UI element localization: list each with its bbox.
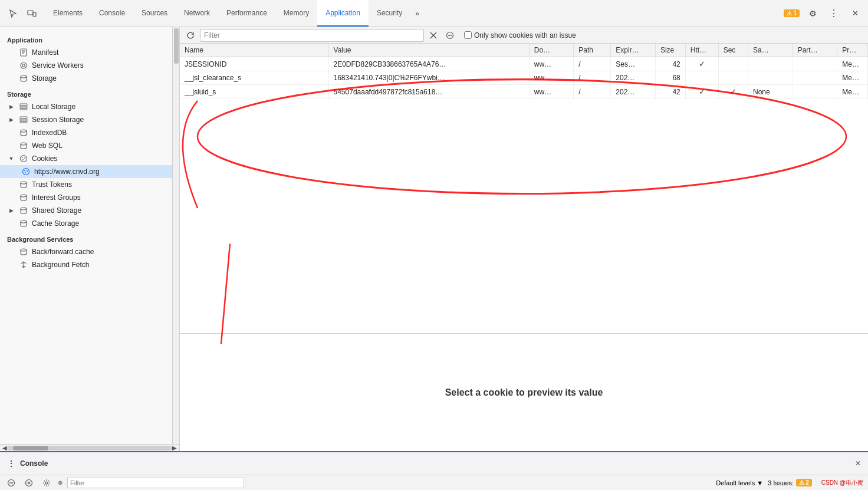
cookie-url-icon xyxy=(21,167,31,176)
sidebar-section-storage: Storage xyxy=(0,85,172,100)
refresh-button[interactable] xyxy=(183,28,198,42)
cell-domain: ww… xyxy=(529,85,574,99)
scroll-left-button[interactable]: ◀ xyxy=(2,445,7,451)
sidebar-item-cnvd-url[interactable]: https://www.cnvd.org xyxy=(0,165,172,178)
hscroll-track[interactable] xyxy=(7,446,172,450)
default-levels-dropdown[interactable]: Default levels ▼ xyxy=(716,479,763,486)
svg-point-17 xyxy=(21,156,27,162)
svg-point-19 xyxy=(24,157,25,159)
settings-bottom-button[interactable] xyxy=(40,476,53,489)
sidebar-item-indexeddb[interactable]: IndexedDB xyxy=(0,126,172,139)
cell-size: 42 xyxy=(655,85,685,99)
devtools-icons xyxy=(5,5,40,22)
issues-badge[interactable]: ⚠ 1 xyxy=(784,9,800,17)
device-toggle-icon[interactable] xyxy=(24,5,40,22)
sidebar-item-session-storage[interactable]: ▶ Session Storage xyxy=(0,113,172,126)
svg-point-22 xyxy=(24,170,25,171)
bottom-bar: ⊕ Default levels ▼ 3 Issues: ⚠ 2 CSDN @电… xyxy=(0,475,868,490)
sidebar-scrollbar[interactable] xyxy=(172,27,179,444)
collapse-arrow-icon[interactable]: ▼ xyxy=(7,156,15,162)
sidebar-item-service-workers[interactable]: Service Workers xyxy=(0,59,172,72)
tab-application[interactable]: Application xyxy=(317,0,369,27)
background-fetch-icon xyxy=(19,260,28,269)
more-options-button[interactable]: ⋮ xyxy=(826,5,842,22)
clear-filter-icon[interactable] xyxy=(426,28,440,42)
storage-label: Storage xyxy=(32,74,57,83)
sidebar-item-local-storage[interactable]: ▶ Local Storage xyxy=(0,100,172,113)
sidebar-item-websql[interactable]: Web SQL xyxy=(0,139,172,152)
main-area: Application Manifest xyxy=(0,27,868,451)
interest-groups-icon xyxy=(19,193,28,202)
tab-list: Elements Console Sources Network Perform… xyxy=(45,0,424,27)
svg-rect-2 xyxy=(21,49,27,56)
cell-sec xyxy=(718,57,748,71)
sidebar-item-manifest[interactable]: Manifest xyxy=(0,46,172,59)
expand-arrow-icon[interactable]: ▶ xyxy=(7,117,15,123)
close-button[interactable]: ✕ xyxy=(847,5,863,22)
table-row[interactable]: __jsl_clearance_s 1683421410.743|0|C%2F6… xyxy=(180,71,868,85)
col-header-samesite[interactable]: Sa… xyxy=(748,44,793,57)
svg-point-39 xyxy=(45,482,48,484)
col-header-http[interactable]: Htt… xyxy=(685,44,718,57)
sidebar-item-backforward[interactable]: Back/forward cache xyxy=(0,245,172,258)
col-header-name[interactable]: Name xyxy=(180,44,328,57)
sidebar-item-cookies[interactable]: ▼ Cookies xyxy=(0,152,172,165)
more-icon: ⋮ xyxy=(829,8,839,19)
table-row[interactable]: __jsluid_s 54507daaafdd497872fc815a618… … xyxy=(180,85,868,99)
sidebar-item-background-fetch[interactable]: Background Fetch xyxy=(0,258,172,271)
sidebar-item-trust-tokens[interactable]: Trust Tokens xyxy=(0,178,172,191)
col-header-partition[interactable]: Part… xyxy=(793,44,837,57)
backforward-icon xyxy=(19,247,28,256)
filter-input[interactable] xyxy=(200,29,424,42)
issues-count[interactable]: 3 Issues: ⚠ 2 xyxy=(768,479,812,486)
tab-more[interactable]: » xyxy=(410,0,424,27)
svg-point-23 xyxy=(27,170,28,172)
col-header-value[interactable]: Value xyxy=(328,44,529,57)
tab-sources[interactable]: Sources xyxy=(133,0,176,27)
only-issue-checkbox[interactable] xyxy=(464,31,472,39)
svg-rect-11 xyxy=(20,108,27,110)
top-toolbar: Elements Console Sources Network Perform… xyxy=(0,0,868,27)
settings-button[interactable]: ⚙ xyxy=(804,5,821,22)
sidebar-item-cache-storage[interactable]: Cache Storage xyxy=(0,217,172,230)
svg-point-6 xyxy=(21,63,27,68)
cell-partition xyxy=(793,71,837,85)
sidebar: Application Manifest xyxy=(0,27,180,451)
tab-console[interactable]: Console xyxy=(91,0,133,27)
col-header-priority[interactable]: Pr… xyxy=(837,44,868,57)
sidebar-item-storage[interactable]: Storage xyxy=(0,72,172,85)
tab-elements[interactable]: Elements xyxy=(45,0,91,27)
table-row[interactable]: JSESSIONID 2E0DFD829CB338663765A4A76… ww… xyxy=(180,57,868,71)
console-tab-label[interactable]: Console xyxy=(20,459,48,468)
tab-performance[interactable]: Performance xyxy=(218,0,275,27)
console-close-button[interactable]: ✕ xyxy=(855,459,861,468)
preview-area: Select a cookie to preview its value xyxy=(180,333,868,451)
cell-value: 2E0DFD829CB338663765A4A76… xyxy=(328,57,529,71)
col-header-path[interactable]: Path xyxy=(574,44,611,57)
clear-console-button[interactable] xyxy=(22,476,35,489)
bottom-console: ⋮ Console ✕ xyxy=(0,451,868,475)
only-issue-text: Only show cookies with an issue xyxy=(474,31,576,40)
cell-size: 42 xyxy=(655,57,685,71)
scroll-right-button[interactable]: ▶ xyxy=(172,445,177,451)
svg-point-21 xyxy=(23,169,29,175)
cursor-icon[interactable] xyxy=(5,5,21,22)
col-header-expires[interactable]: Expir… xyxy=(611,44,656,57)
only-issue-label[interactable]: Only show cookies with an issue xyxy=(464,31,576,40)
delete-cookies-button[interactable] xyxy=(443,28,457,42)
expand-arrow-icon[interactable]: ▶ xyxy=(7,104,15,110)
sidebar-item-interest-groups[interactable]: Interest Groups xyxy=(0,191,172,204)
col-header-size[interactable]: Size xyxy=(655,44,685,57)
sidebar-item-shared-storage[interactable]: ▶ Shared Storage xyxy=(0,204,172,217)
col-header-sec[interactable]: Sec xyxy=(718,44,748,57)
tab-network[interactable]: Network xyxy=(176,0,218,27)
expand-arrow-icon[interactable]: ▶ xyxy=(7,208,15,213)
console-filter-input[interactable] xyxy=(67,478,244,488)
tab-memory[interactable]: Memory xyxy=(275,0,317,27)
stop-recording-button[interactable] xyxy=(5,476,18,489)
col-header-domain[interactable]: Do… xyxy=(529,44,574,57)
tab-security[interactable]: Security xyxy=(369,0,410,27)
svg-point-26 xyxy=(21,195,27,197)
console-dot-menu[interactable]: ⋮ xyxy=(7,459,15,468)
svg-point-24 xyxy=(25,172,26,173)
